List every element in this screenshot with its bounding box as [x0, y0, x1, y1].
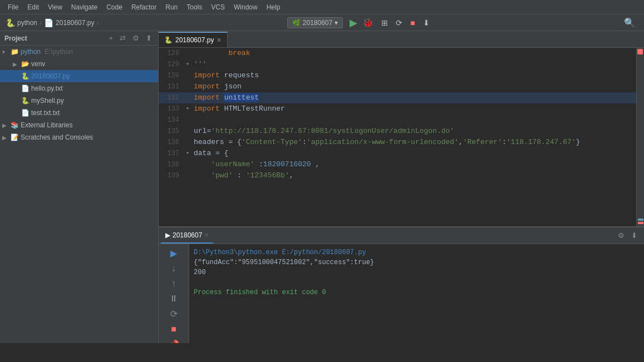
tree-arrow-scratches: ▶	[2, 135, 9, 141]
code-line-131: 131 import json	[159, 81, 636, 92]
sidebar-item-20180607[interactable]: ▶ 🐍 20180607.py	[0, 70, 158, 82]
sidebar-label-scratches: Scratches and Consoles	[21, 133, 93, 141]
branch-selector[interactable]: 🌿 20180607 ▾	[287, 17, 343, 28]
main-layout: Project + ⇄ ⚙ ⬆ ▾ 📁 python E:\python ▶ 📂…	[0, 31, 644, 343]
line-content-130: import requests	[191, 70, 636, 81]
panel-download-btn[interactable]: ⬇	[629, 230, 640, 241]
sidebar-tree: ▾ 📁 python E:\python ▶ 📂 venv ▶ 🐍 201806…	[0, 46, 158, 343]
line-num-134: 134	[159, 115, 184, 126]
sidebar-header: Project + ⇄ ⚙ ⬆	[0, 31, 158, 46]
run-tab-close[interactable]: ✕	[204, 232, 209, 238]
panel-tabs: ▶ 20180607 ✕ ⚙ ⬇	[159, 227, 644, 244]
sidebar-path-python: E:\python	[45, 48, 73, 56]
menu-run[interactable]: Run	[161, 2, 182, 12]
output-line-0: D:\Python3\python.exe E:/python/20180607…	[194, 247, 640, 257]
run-up-btn[interactable]: ↑	[166, 277, 181, 290]
line-num-138: 138	[159, 159, 184, 170]
stop-button[interactable]: ■	[407, 17, 417, 29]
tree-arrow-venv: ▶	[13, 61, 19, 67]
menu-navigate[interactable]: Navigate	[67, 2, 102, 12]
sidebar-item-venv[interactable]: ▶ 📂 venv	[0, 58, 158, 70]
line-num-135: 135	[159, 126, 184, 137]
sidebar-item-python[interactable]: ▾ 📁 python E:\python	[0, 46, 158, 58]
fold-133: ▾	[184, 103, 191, 115]
menu-help[interactable]: Help	[262, 2, 285, 12]
line-num-131: 131	[159, 81, 184, 92]
line-num-129: 129	[159, 59, 184, 70]
editor-tab-20180607[interactable]: 🐍 20180607.py ✕	[159, 32, 228, 47]
run-tab-icon: ▶	[165, 231, 170, 239]
sidebar-sync-btn[interactable]: ⇄	[118, 33, 127, 43]
buildqueue-button[interactable]: ⬇	[420, 17, 432, 29]
title-bar: 🐍 python › 📄 20180607.py › 🌿 20180607 ▾ …	[0, 14, 644, 31]
sidebar-collapse-btn[interactable]: ⬆	[144, 33, 154, 43]
code-line-139: 139 'pwd' : '123456Bb',	[159, 170, 636, 181]
file-name[interactable]: 20180607.py	[56, 19, 94, 27]
menu-view[interactable]: View	[43, 2, 67, 12]
output-line-2: 200	[194, 267, 640, 277]
scroll-thumb-1	[638, 219, 643, 221]
menu-refactor[interactable]: Refactor	[127, 2, 161, 12]
branch-arrow: ▾	[335, 19, 338, 27]
error-mark	[637, 49, 643, 54]
sidebar-item-myshell[interactable]: ▶ 🐍 myShell.py	[0, 95, 158, 107]
breadcrumb-sep2: ›	[96, 19, 99, 27]
line-num-137: 137	[159, 148, 184, 159]
line-content-132: import unittest	[191, 92, 636, 103]
run-pin-btn[interactable]: 📌	[166, 338, 181, 343]
sidebar-label-20180607: 20180607.py	[31, 72, 70, 80]
menu-vcs[interactable]: VCS	[207, 2, 229, 12]
tab-label: 20180607.py	[175, 36, 214, 44]
run-content: ▶ ↓ ↑ ⏸ ⟳ ■ 📌 🗑 D:\Python3\python.exe E:…	[159, 244, 644, 343]
sidebar-item-hello[interactable]: ▶ 📄 hello.py.txt	[0, 82, 158, 95]
sidebar-item-scratches[interactable]: ▶ 📝 Scratches and Consoles	[0, 131, 158, 143]
sidebar-item-extlibs[interactable]: ▶ 📚 External Libraries	[0, 119, 158, 131]
coverage-button[interactable]: ⊞	[378, 17, 391, 29]
sidebar-item-test[interactable]: ▶ 📄 test.txt.txt	[0, 107, 158, 119]
run-tab[interactable]: ▶ 20180607 ✕	[161, 227, 213, 244]
run-tab-label: 20180607	[173, 231, 202, 239]
profile-button[interactable]: ⟳	[393, 17, 405, 29]
run-rerun-btn[interactable]: ⟳	[166, 307, 181, 321]
panel-toolbar: ⚙ ⬇	[616, 230, 642, 241]
code-line-132: 132 import unittest	[159, 92, 636, 103]
panel-settings-btn[interactable]: ⚙	[616, 230, 627, 241]
line-num-139: 139	[159, 170, 184, 181]
run-stop-btn[interactable]: ■	[166, 323, 181, 336]
menu-code[interactable]: Code	[102, 2, 127, 12]
run-button[interactable]: ▶	[350, 17, 357, 29]
line-num-133: 133	[159, 103, 184, 115]
line-num-132: 132	[159, 92, 184, 103]
tab-close-btn[interactable]: ✕	[217, 37, 222, 44]
run-play-btn[interactable]: ▶	[166, 246, 181, 260]
run-output: D:\Python3\python.exe E:/python/20180607…	[189, 244, 644, 343]
code-editor[interactable]: 128 break 129 ▾ ''' 130 import requests	[159, 48, 636, 226]
line-content-135: url='http://118.178.247.67:8081/systLogo…	[191, 126, 636, 137]
line-content-137: data = {	[191, 148, 636, 159]
search-button[interactable]: 🔍	[621, 17, 638, 28]
sidebar-add-btn[interactable]: +	[107, 33, 115, 43]
tree-arrow-python: ▾	[2, 49, 9, 55]
line-num-128: 128	[159, 48, 184, 59]
project-name[interactable]: python	[17, 19, 37, 27]
run-down-btn[interactable]: ↓	[166, 262, 181, 275]
breadcrumb-sep1: ›	[40, 19, 42, 27]
tree-arrow-extlibs: ▶	[2, 122, 9, 128]
run-pause-btn[interactable]: ⏸	[166, 292, 181, 305]
line-content-129: '''	[191, 59, 636, 70]
menu-file[interactable]: File	[3, 2, 23, 12]
menu-bar: File Edit View Navigate Code Refactor Ru…	[0, 0, 644, 14]
code-line-128: 128 break	[159, 48, 636, 59]
error-indicator	[637, 49, 643, 54]
sidebar-label-venv: venv	[31, 60, 45, 68]
sidebar-label-myshell: myShell.py	[31, 97, 64, 105]
sidebar-settings-btn[interactable]: ⚙	[131, 33, 141, 43]
debug-button[interactable]: 🐞	[360, 16, 376, 29]
menu-tools[interactable]: Tools	[182, 2, 207, 12]
menu-edit[interactable]: Edit	[23, 2, 43, 12]
scroll-indicator-1	[638, 219, 643, 221]
txt-icon-hello: 📄	[21, 85, 30, 92]
folder-icon-venv: 📂	[21, 60, 30, 68]
line-num-130: 130	[159, 70, 184, 81]
menu-window[interactable]: Window	[229, 2, 262, 12]
